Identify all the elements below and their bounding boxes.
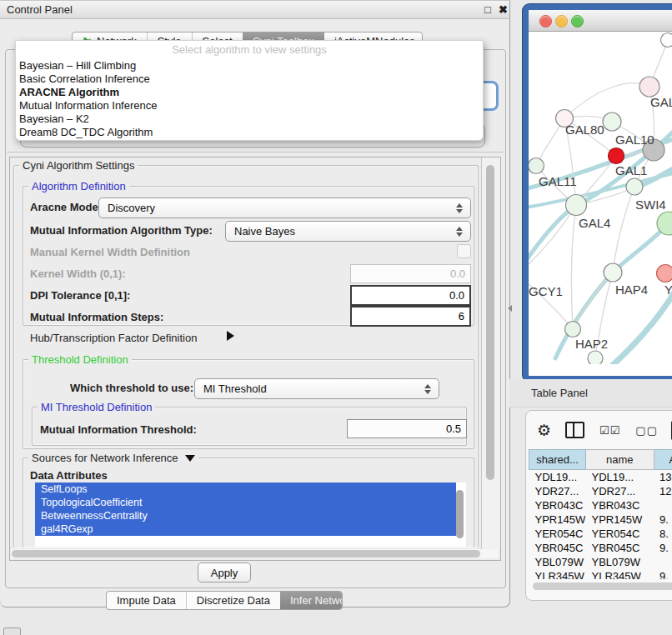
menu-item-dream8[interactable]: Dream8 DC_TDC Algorithm <box>19 126 478 139</box>
network-view-window[interactable]: GAL GAL80 GAL10 GAL1 GAL11 SWI4 GAL4 HAP… <box>523 4 672 382</box>
float-window-icon[interactable]: □ <box>484 3 491 16</box>
table-row[interactable]: YBR045CYBR045C9. <box>529 541 672 555</box>
cell[interactable]: 9. <box>654 569 672 579</box>
cell[interactable]: YDR27... <box>585 484 654 498</box>
which-threshold-label: Which threshold to use: <box>70 382 193 394</box>
algorithm-popup-placeholder: Select algorithm to view settings <box>16 43 483 56</box>
zoom-button[interactable] <box>571 15 584 28</box>
tab-impute-data[interactable]: Impute Data <box>107 592 186 609</box>
close-window-icon[interactable]: ✖ <box>499 3 508 16</box>
cell[interactable]: YBL079W <box>529 555 586 569</box>
minimize-button[interactable] <box>555 15 568 28</box>
node-label: GAL80 <box>565 122 604 137</box>
mi-steps-input[interactable] <box>350 306 471 327</box>
cell[interactable]: YPR145W <box>529 512 586 527</box>
which-threshold-select[interactable]: MI Threshold <box>194 378 439 399</box>
table-row[interactable]: YLR345WYLR345W9. <box>529 569 672 579</box>
cell[interactable]: YDL19... <box>529 470 586 485</box>
cell[interactable]: YBR043C <box>529 498 586 512</box>
network-node[interactable] <box>626 178 643 195</box>
list-item[interactable]: gal4RGexp <box>35 522 456 536</box>
column-header-shared-name[interactable]: shared... <box>529 450 586 470</box>
column-header-name[interactable]: name <box>585 450 654 470</box>
cell[interactable] <box>654 498 672 512</box>
network-node[interactable] <box>588 351 603 364</box>
cell[interactable]: YBR045C <box>585 541 654 555</box>
list-item[interactable]: SelfLoops <box>35 482 456 496</box>
control-panel-title: Control Panel <box>7 3 73 16</box>
cell[interactable]: YDL19... <box>585 470 654 485</box>
table-row[interactable]: YBL079WYBL079W <box>529 555 672 569</box>
stepper-icon <box>455 227 463 237</box>
menu-item-basic-correlation[interactable]: Basic Correlation Inference <box>19 72 478 86</box>
data-attributes-list: SelfLoops TopologicalCoefficient Between… <box>35 482 466 547</box>
list-item[interactable]: TopologicalCoefficient <box>35 496 456 509</box>
apply-button[interactable]: Apply <box>198 562 251 582</box>
cell[interactable]: YER054C <box>529 527 586 541</box>
expand-arrow-icon[interactable] <box>227 331 234 341</box>
column-header-third[interactable]: A <box>654 450 672 470</box>
apply-button-label: Apply <box>211 567 238 579</box>
horizontal-scrollbar-thumb[interactable] <box>12 550 480 558</box>
menu-item-mutual-information[interactable]: Mutual Information Inference <box>19 99 478 112</box>
table-panel-card: ⚙ ☑☑ ▢▢ shared... name A YDL19...YDL19..… <box>525 410 672 601</box>
cell[interactable]: YLR345W <box>585 569 654 579</box>
cell[interactable]: 9. <box>654 541 672 555</box>
cell[interactable]: YLR345W <box>529 569 586 579</box>
list-item[interactable]: BetweennessCentrality <box>35 509 456 522</box>
cell[interactable]: YDR27... <box>529 484 586 498</box>
menu-item-bayesian-k2[interactable]: Bayesian – K2 <box>19 112 478 126</box>
collapsed-panel-icon[interactable] <box>3 628 21 635</box>
network-canvas[interactable]: GAL GAL80 GAL10 GAL1 GAL11 SWI4 GAL4 HAP… <box>529 32 672 364</box>
cell[interactable]: YER054C <box>585 527 654 541</box>
control-panel-window: Control Panel □ ✖ Network Style Select <box>0 0 510 608</box>
table-row[interactable]: YPR145WYPR145W9. <box>529 512 672 527</box>
table-row[interactable]: YDR27...YDR27...12 <box>529 484 672 498</box>
table-horizontal-scrollbar-thumb[interactable] <box>533 582 672 590</box>
dpi-tolerance-input[interactable] <box>350 285 471 306</box>
kernel-width-input[interactable] <box>350 264 471 283</box>
network-node[interactable] <box>604 263 622 282</box>
cell[interactable]: 12 <box>654 484 672 498</box>
close-button[interactable] <box>539 15 552 28</box>
cell[interactable]: 8. <box>654 527 672 541</box>
menu-item-bayesian-hill[interactable]: Bayesian – Hill Climbing <box>19 59 478 72</box>
hub-definition-label[interactable]: Hub/Transcription Factor Definition <box>30 332 197 344</box>
aracne-mode-select[interactable]: Discovery <box>98 198 471 218</box>
cell[interactable]: YBL079W <box>585 555 654 569</box>
cell[interactable]: 13 <box>654 470 672 485</box>
splitter-collapse-icon[interactable] <box>508 305 512 312</box>
network-node[interactable] <box>529 158 544 174</box>
network-node[interactable] <box>661 33 672 48</box>
menu-item-aracne[interactable]: ARACNE Algorithm <box>19 86 478 99</box>
table-row[interactable]: YDL19...YDL19...13 <box>529 470 672 485</box>
network-node[interactable] <box>609 148 624 164</box>
network-node[interactable] <box>603 112 621 131</box>
table-panel-title: Table Panel <box>531 387 588 399</box>
split-columns-icon[interactable] <box>565 422 584 438</box>
show-selected-icon[interactable]: ☑☑ <box>599 424 620 437</box>
cell[interactable]: YPR145W <box>585 512 654 527</box>
node-label: HAP4 <box>615 282 648 297</box>
mi-threshold-input[interactable] <box>347 419 467 438</box>
cell[interactable]: 9. <box>654 512 672 527</box>
table-row[interactable]: YBR043CYBR043C <box>529 498 672 512</box>
tab-discretize-data[interactable]: Discretize Data <box>186 592 280 609</box>
vertical-scrollbar-thumb[interactable] <box>486 165 494 480</box>
cell[interactable] <box>654 555 672 569</box>
node-label: HAP2 <box>575 337 608 351</box>
gear-icon[interactable]: ⚙ <box>537 421 551 440</box>
mi-type-select[interactable]: Naive Bayes <box>225 221 471 242</box>
network-node[interactable] <box>566 195 587 216</box>
cell[interactable]: YBR043C <box>585 498 654 512</box>
table-row[interactable]: YER054CYER054C8. <box>529 527 672 541</box>
network-node[interactable] <box>639 77 659 97</box>
hide-unselected-icon[interactable]: ▢▢ <box>635 424 658 437</box>
collapse-arrow-icon[interactable] <box>185 455 195 462</box>
network-node[interactable] <box>565 322 581 338</box>
network-node[interactable] <box>657 265 672 282</box>
list-scrollbar-thumb[interactable] <box>456 490 464 538</box>
tab-infer-network[interactable]: Infer Network <box>280 592 343 609</box>
manual-kernel-checkbox[interactable] <box>457 244 471 258</box>
cell[interactable]: YBR045C <box>529 541 586 555</box>
